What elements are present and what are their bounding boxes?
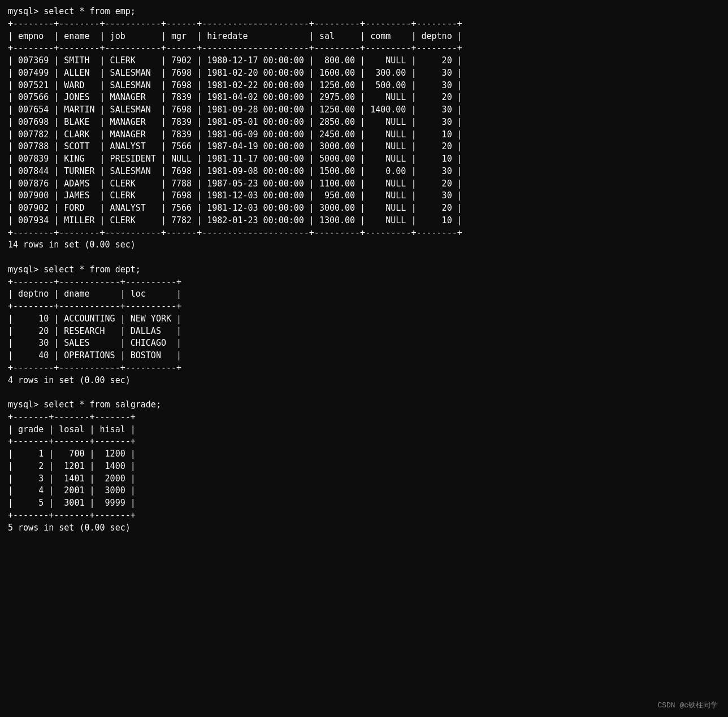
sal-rows: | 1 | 700 | 1200 | | 2 | 1201 | 1400 | |…: [8, 449, 136, 508]
emp-header: | empno | ename | job | mgr | hiredate |…: [8, 31, 462, 41]
sal-sep-mid: +-------+-------+-------+: [8, 436, 136, 446]
sal-rowcount: 5 rows in set (0.00 sec): [8, 523, 131, 533]
dept-header: | deptno | dname | loc |: [8, 289, 181, 299]
emp-sep-top: +--------+--------+-----------+------+--…: [8, 19, 462, 29]
emp-query: mysql> select * from emp;: [8, 6, 136, 16]
dept-rows: | 10 | ACCOUNTING | NEW YORK | | 20 | RE…: [8, 314, 181, 360]
sal-sep-top: +-------+-------+-------+: [8, 412, 136, 422]
sal-footer: +-------+-------+-------+: [8, 510, 136, 520]
dept-rowcount: 4 rows in set (0.00 sec): [8, 375, 131, 385]
dept-footer: +--------+------------+----------+: [8, 363, 181, 373]
sal-query: mysql> select * from salgrade;: [8, 399, 161, 410]
dept-query: mysql> select * from dept;: [8, 264, 141, 275]
emp-sep-mid: +--------+--------+-----------+------+--…: [8, 43, 462, 53]
dept-sep-mid: +--------+------------+----------+: [8, 301, 181, 311]
emp-rows: | 007369 | SMITH | CLERK | 7902 | 1980-1…: [8, 55, 462, 225]
sal-header: | grade | losal | hisal |: [8, 424, 136, 434]
terminal-output: mysql> select * from emp; +--------+----…: [8, 6, 720, 534]
emp-footer: +--------+--------+-----------+------+--…: [8, 228, 462, 238]
dept-sep-top: +--------+------------+----------+: [8, 277, 181, 287]
emp-rowcount: 14 rows in set (0.00 sec): [8, 240, 136, 250]
watermark-label: CSDN @c铁柱同学: [657, 700, 718, 710]
